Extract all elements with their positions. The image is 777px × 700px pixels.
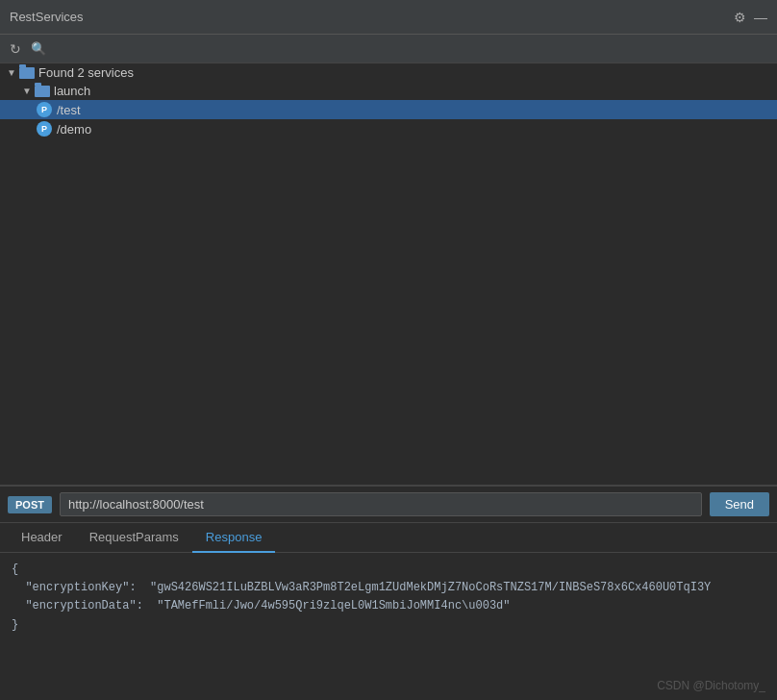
tree-item-test[interactable]: P /test xyxy=(0,100,777,119)
chevron-down-icon: ▼ xyxy=(6,67,17,78)
method-badge: POST xyxy=(8,496,52,513)
search-input[interactable] xyxy=(52,41,206,56)
search-icon: 🔍 xyxy=(31,41,46,56)
minimize-icon[interactable]: — xyxy=(754,10,767,25)
response-area: { "encryptionKey": "gwS426WS21ILuBZBLVw3… xyxy=(0,553,777,668)
chevron-down-icon: ▼ xyxy=(21,86,33,96)
tree-item-label-test: /test xyxy=(57,103,81,117)
tree-root-label: Found 2 services xyxy=(38,65,134,80)
refresh-button[interactable]: ↻ xyxy=(6,39,25,59)
folder-icon xyxy=(35,86,50,97)
watermark: CSDN @Dichotomy_ xyxy=(657,679,765,692)
send-button[interactable]: Send xyxy=(710,492,769,516)
folder-icon xyxy=(19,67,35,79)
title-bar: RestServices ⚙ — xyxy=(0,0,777,35)
tree-item-label-demo: /demo xyxy=(57,122,91,137)
url-input[interactable] xyxy=(60,492,702,516)
tree-item-demo[interactable]: P /demo xyxy=(0,119,777,138)
tree-group-launch[interactable]: ▼ launch xyxy=(0,82,777,100)
tab-response[interactable]: Response xyxy=(192,523,276,553)
post-badge-demo: P xyxy=(37,121,52,137)
url-bar: POST Send xyxy=(0,487,777,523)
tabs-bar: Header RequestParams Response xyxy=(0,523,777,553)
title-bar-icons: ⚙ — xyxy=(734,10,767,25)
app-title: RestServices xyxy=(10,10,84,24)
tab-requestparams[interactable]: RequestParams xyxy=(76,523,192,553)
tree-root[interactable]: ▼ Found 2 services xyxy=(0,63,777,82)
settings-icon[interactable]: ⚙ xyxy=(734,10,746,25)
toolbar: ↻ 🔍 xyxy=(0,35,777,63)
bottom-panel: POST Send Header RequestParams Response … xyxy=(0,487,777,668)
tree-panel: ▼ Found 2 services ▼ launch P /test P /d… xyxy=(0,63,777,487)
post-badge-test: P xyxy=(37,102,52,117)
tab-header[interactable]: Header xyxy=(8,523,76,553)
tree-group-label: launch xyxy=(54,84,90,98)
